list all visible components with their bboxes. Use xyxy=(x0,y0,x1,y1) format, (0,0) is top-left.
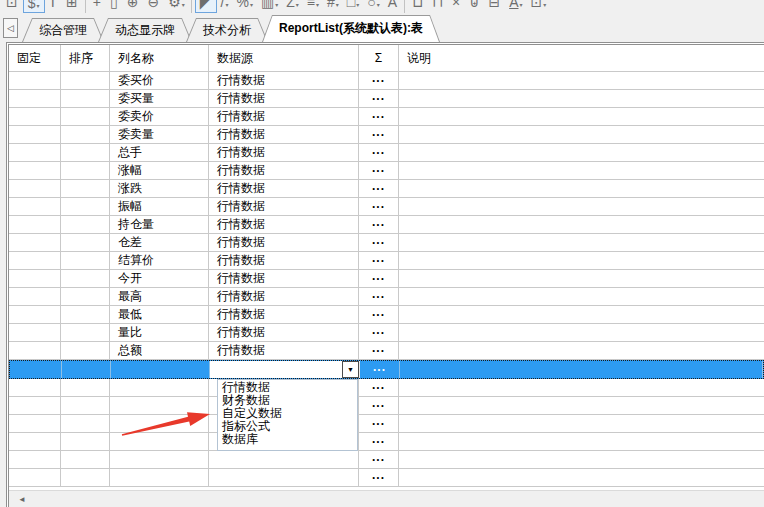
sort-cell xyxy=(61,144,110,161)
table-row[interactable]: 最低 行情数据 ... xyxy=(9,306,764,324)
cell-format-icon[interactable]: ⊡ ▾ xyxy=(527,0,551,13)
datasource-dropdown-list: 行情数据 财务数据 自定义数据 指标公式 数据库 xyxy=(217,379,358,451)
move-tool-icon[interactable]: + xyxy=(89,0,106,13)
selected-row[interactable]: ▼ ... xyxy=(9,360,764,379)
remove-field-icon[interactable]: ⊟ xyxy=(484,0,505,13)
table-row[interactable]: 总额 行情数据 ... xyxy=(9,342,764,360)
tab-technical-analysis[interactable]: 技术分析 xyxy=(186,18,268,42)
data-source-cell: 行情数据 xyxy=(209,144,359,161)
paste-icon[interactable]: ⊔ xyxy=(408,0,428,13)
table-row[interactable]: 结算价 行情数据 ... xyxy=(9,252,764,270)
zoom-out-icon[interactable]: ⊖ xyxy=(143,0,164,13)
text-tool-icon[interactable]: A xyxy=(384,0,402,13)
ellipsis-button[interactable]: ... xyxy=(372,434,385,444)
column-name-cell: 结算价 xyxy=(110,252,209,269)
ellipsis-button[interactable]: ... xyxy=(372,325,385,335)
header-sigma[interactable]: Σ xyxy=(359,45,399,71)
ellipsis-button[interactable]: ... xyxy=(372,181,385,191)
ellipsis-button[interactable]: ... xyxy=(372,307,385,317)
column-name-cell: 最低 xyxy=(110,306,209,323)
table-row[interactable]: 委买价 行情数据 ... xyxy=(9,72,764,90)
table-row[interactable]: ... xyxy=(9,379,764,397)
ellipsis-button[interactable]: ... xyxy=(372,380,385,390)
scroll-left-arrow-icon[interactable]: ◄ xyxy=(9,495,26,504)
ellipsis-button[interactable]: ... xyxy=(372,199,385,209)
grid-style-icon[interactable]: ▥ ▾ xyxy=(257,0,282,13)
tab-comprehensive-management[interactable]: 综合管理 xyxy=(22,18,104,42)
currency-format-icon[interactable]: $ ▾ xyxy=(23,0,45,13)
ellipsis-button[interactable]: ... xyxy=(372,163,385,173)
tab-scroll-left-button[interactable]: ◁ xyxy=(3,18,18,38)
ellipsis-button[interactable]: ... xyxy=(372,452,385,462)
border-grid-icon[interactable]: # ▾ xyxy=(323,0,343,13)
ellipsis-button[interactable]: ... xyxy=(372,398,385,408)
field-list-icon[interactable]: T xyxy=(45,0,63,13)
column-order-icon[interactable]: ⊞ xyxy=(62,0,83,13)
tab-dynamic-display-board[interactable]: 动态显示牌 xyxy=(98,18,192,42)
datasource-combobox[interactable]: ▼ xyxy=(210,361,360,378)
table-row[interactable]: 涨幅 行情数据 ... xyxy=(9,162,764,180)
ellipse-tool-icon[interactable]: ○ ▾ xyxy=(363,0,383,13)
header-description[interactable]: 说明 xyxy=(399,45,764,71)
ellipsis-button[interactable]: ... xyxy=(372,91,385,101)
sort-cell xyxy=(61,162,110,179)
sort-cell xyxy=(61,288,110,305)
table-row[interactable]: 今开 行情数据 ... xyxy=(9,270,764,288)
horizontal-scrollbar[interactable]: ◄ xyxy=(9,490,764,507)
header-sort[interactable]: 排序 xyxy=(61,45,110,71)
ruler-icon[interactable]: ▯ xyxy=(106,0,123,13)
copy-icon[interactable]: ⊓ xyxy=(428,0,448,13)
window-icon[interactable]: ⊡ xyxy=(2,0,23,13)
ellipsis-button[interactable]: ... xyxy=(372,271,385,281)
table-row[interactable]: 总手 行情数据 ... xyxy=(9,144,764,162)
sort-cell xyxy=(61,415,110,432)
table-row[interactable]: ... xyxy=(9,451,764,469)
ellipsis-button[interactable]: ... xyxy=(372,145,385,155)
line-tool-icon[interactable]: / ▾ xyxy=(217,0,233,13)
zoom-in-icon[interactable]: ⊕ xyxy=(123,0,144,13)
chevron-down-icon: ▼ xyxy=(347,366,354,373)
table-row[interactable]: 振幅 行情数据 ... xyxy=(9,198,764,216)
ellipsis-button[interactable]: ... xyxy=(372,253,385,263)
table-row[interactable]: 涨跌 行情数据 ... xyxy=(9,180,764,198)
sigma-cell: ... xyxy=(359,198,399,215)
table-row[interactable]: 委卖价 行情数据 ... xyxy=(9,108,764,126)
delete-icon[interactable]: × xyxy=(448,0,465,13)
align-icon[interactable]: ≡ ▾ xyxy=(303,0,323,13)
table-row[interactable]: 委买量 行情数据 ... xyxy=(9,90,764,108)
table-row[interactable]: 持仓量 行情数据 ... xyxy=(9,216,764,234)
data-source-cell: 行情数据 xyxy=(209,90,359,107)
z-order-icon[interactable]: Z ▾ xyxy=(282,0,303,13)
header-column-name[interactable]: 列名称 xyxy=(110,45,209,71)
ellipsis-button[interactable]: ... xyxy=(372,217,385,227)
header-data-source[interactable]: 数据源 xyxy=(209,45,359,71)
ellipsis-button[interactable]: ... xyxy=(372,73,385,83)
ellipsis-button[interactable]: ... xyxy=(372,470,385,480)
sort-cell xyxy=(61,234,110,251)
header-fixed[interactable]: 固定 xyxy=(9,45,61,71)
ellipsis-button[interactable]: ... xyxy=(372,109,385,119)
table-row[interactable]: 仓差 行情数据 ... xyxy=(9,234,764,252)
table-row[interactable]: ... xyxy=(9,469,764,487)
table-row[interactable]: 委卖量 行情数据 ... xyxy=(9,126,764,144)
ellipsis-button[interactable]: ... xyxy=(372,343,385,353)
column-name-cell: 涨跌 xyxy=(110,180,209,197)
combobox-dropdown-button[interactable]: ▼ xyxy=(342,361,359,378)
trash-icon[interactable]: ⊎ xyxy=(465,0,484,13)
tab-reportlist-system-default[interactable]: ReportList(系统默认表):表 xyxy=(262,15,440,42)
select-cursor-icon[interactable]: ◤ xyxy=(195,0,217,13)
ellipsis-button[interactable]: ... xyxy=(373,362,386,372)
ellipsis-button[interactable]: ... xyxy=(372,235,385,245)
sort-cell xyxy=(62,361,111,378)
settings-gear-icon[interactable]: ⚙ ▾ xyxy=(164,0,189,13)
column-name-cell: 量比 xyxy=(110,324,209,341)
rectangle-tool-icon[interactable]: □ ▾ xyxy=(343,0,363,13)
table-row[interactable]: 最高 行情数据 ... xyxy=(9,288,764,306)
dropdown-item[interactable]: 数据库 xyxy=(218,433,357,446)
percent-format-icon[interactable]: % ▾ xyxy=(232,0,256,13)
font-color-icon[interactable]: A ▾ xyxy=(505,0,526,13)
table-row[interactable]: 量比 行情数据 ... xyxy=(9,324,764,342)
ellipsis-button[interactable]: ... xyxy=(372,289,385,299)
ellipsis-button[interactable]: ... xyxy=(372,416,385,426)
ellipsis-button[interactable]: ... xyxy=(372,127,385,137)
